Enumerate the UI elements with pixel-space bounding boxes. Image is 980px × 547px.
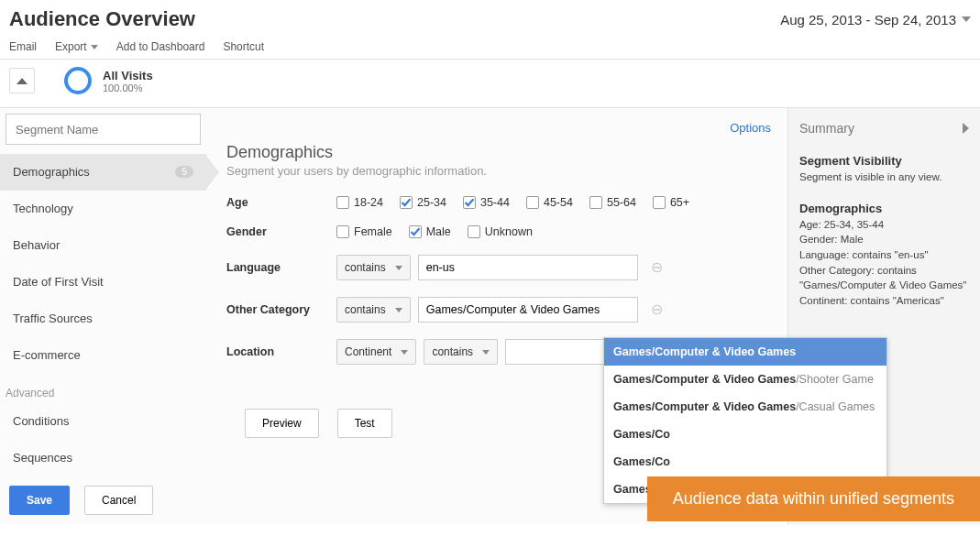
promo-banner: Audience data within unified segments bbox=[647, 476, 980, 521]
panel-heading: Demographics bbox=[226, 143, 771, 162]
checkbox-label: 35-44 bbox=[480, 196, 510, 209]
add-dashboard-button[interactable]: Add to Dashboard bbox=[116, 40, 205, 53]
other-category-operator-select[interactable]: contains bbox=[336, 297, 411, 323]
shortcut-button[interactable]: Shortcut bbox=[223, 40, 264, 53]
checkbox-icon bbox=[336, 196, 349, 209]
autocomplete-option[interactable]: Games/Computer & Video Games/Casual Game… bbox=[604, 393, 886, 421]
chevron-down-icon bbox=[401, 350, 408, 355]
export-button[interactable]: Export bbox=[55, 40, 98, 53]
other-category-operator-value: contains bbox=[345, 303, 386, 316]
gender-option-unknown[interactable]: Unknown bbox=[468, 225, 533, 238]
chevron-down-icon bbox=[962, 16, 971, 22]
location-operator-value: contains bbox=[432, 345, 473, 358]
checkbox-icon bbox=[400, 196, 413, 209]
email-button[interactable]: Email bbox=[9, 40, 37, 53]
summary-line: Age: 25-34, 35-44 bbox=[799, 217, 969, 233]
segment-name-input[interactable] bbox=[6, 114, 201, 145]
language-label: Language bbox=[226, 261, 336, 274]
chevron-right-icon[interactable] bbox=[963, 123, 969, 134]
category-date-of-first-visit[interactable]: Date of First Visit bbox=[0, 264, 206, 301]
category-demographics[interactable]: Demographics5 bbox=[0, 154, 206, 191]
summary-heading: Summary bbox=[799, 121, 854, 136]
chevron-up-icon bbox=[17, 78, 28, 84]
age-option-18-24[interactable]: 18-24 bbox=[336, 196, 383, 209]
summary-demographics-heading: Demographics bbox=[799, 202, 969, 215]
autocomplete-option[interactable]: Games/Co bbox=[604, 421, 886, 448]
autocomplete-option[interactable]: Games/Computer & Video Games bbox=[604, 338, 886, 366]
remove-condition-icon[interactable]: ⊖ bbox=[651, 303, 664, 316]
cancel-button[interactable]: Cancel bbox=[84, 486, 153, 515]
location-dimension-value: Continent bbox=[345, 345, 391, 358]
age-option-65plus[interactable]: 65+ bbox=[653, 196, 689, 209]
category-behavior[interactable]: Behavior bbox=[0, 227, 206, 264]
checkbox-icon bbox=[336, 225, 349, 238]
language-value-input[interactable] bbox=[418, 255, 638, 280]
category-label: E-commerce bbox=[13, 348, 81, 362]
chevron-down-icon bbox=[395, 266, 402, 270]
chevron-down-icon bbox=[91, 45, 98, 49]
segment-visibility-text: Segment is visible in any view. bbox=[799, 170, 969, 185]
category-label: Demographics bbox=[13, 165, 90, 179]
options-link[interactable]: Options bbox=[730, 121, 771, 135]
location-dimension-select[interactable]: Continent bbox=[336, 339, 416, 365]
checkbox-label: Male bbox=[426, 225, 451, 238]
checkbox-icon bbox=[526, 196, 539, 209]
autocomplete-option[interactable]: Games/Computer & Video Games/Shooter Gam… bbox=[604, 366, 886, 393]
language-operator-value: contains bbox=[345, 261, 386, 274]
preview-button[interactable]: Preview bbox=[245, 409, 319, 438]
segment-chips-bar: All Visits 100.00% bbox=[0, 60, 980, 107]
checkbox-icon bbox=[468, 225, 480, 238]
checkbox-icon bbox=[463, 196, 476, 209]
age-option-35-44[interactable]: 35-44 bbox=[463, 196, 510, 209]
collapse-toggle[interactable] bbox=[9, 68, 35, 93]
location-operator-select[interactable]: contains bbox=[424, 339, 498, 365]
date-range-text: Aug 25, 2013 - Sep 24, 2013 bbox=[780, 12, 956, 27]
summary-line: Language: contains "en-us" bbox=[799, 247, 969, 263]
report-toolbar: Email Export Add to Dashboard Shortcut bbox=[0, 35, 980, 60]
export-label: Export bbox=[55, 40, 87, 53]
category-technology[interactable]: Technology bbox=[0, 191, 206, 227]
category-e-commerce[interactable]: E-commerce bbox=[0, 337, 206, 374]
other-category-value-input[interactable] bbox=[418, 297, 638, 323]
advanced-conditions[interactable]: Conditions bbox=[0, 403, 206, 440]
test-button[interactable]: Test bbox=[337, 409, 392, 438]
gender-option-female[interactable]: Female bbox=[336, 225, 392, 238]
all-visits-ring-icon bbox=[64, 67, 92, 94]
category-traffic-sources[interactable]: Traffic Sources bbox=[0, 301, 206, 337]
age-label: Age bbox=[226, 196, 336, 209]
age-option-45-54[interactable]: 45-54 bbox=[526, 196, 573, 209]
checkbox-icon bbox=[653, 196, 666, 209]
segment-chip-percent: 100.00% bbox=[103, 82, 153, 93]
age-option-55-64[interactable]: 55-64 bbox=[589, 196, 636, 209]
location-label: Location bbox=[226, 345, 336, 358]
summary-demographics-lines: Age: 25-34, 35-44Gender: MaleLanguage: c… bbox=[799, 217, 969, 309]
checkbox-label: 18-24 bbox=[354, 196, 383, 209]
category-badge: 5 bbox=[175, 166, 193, 178]
category-label: Traffic Sources bbox=[13, 312, 93, 325]
segment-chip-title: All Visits bbox=[103, 69, 153, 82]
segment-visibility-heading: Segment Visibility bbox=[799, 154, 969, 168]
category-label: Behavior bbox=[13, 238, 60, 252]
date-range-picker[interactable]: Aug 25, 2013 - Sep 24, 2013 bbox=[780, 12, 971, 27]
age-option-25-34[interactable]: 25-34 bbox=[400, 196, 446, 209]
remove-condition-icon[interactable]: ⊖ bbox=[651, 261, 664, 274]
panel-subheading: Segment your users by demographic inform… bbox=[226, 164, 771, 178]
gender-option-male[interactable]: Male bbox=[409, 225, 451, 238]
checkbox-icon bbox=[409, 225, 422, 238]
checkbox-label: 25-34 bbox=[417, 196, 446, 209]
segment-chip-all-visits[interactable]: All Visits 100.00% bbox=[103, 69, 153, 93]
checkbox-label: Female bbox=[354, 225, 392, 238]
advanced-sequences[interactable]: Sequences bbox=[0, 440, 206, 476]
autocomplete-option[interactable]: Games/Co bbox=[604, 448, 886, 476]
chevron-down-icon bbox=[482, 350, 490, 355]
checkbox-label: Unknown bbox=[485, 225, 533, 238]
summary-line: Gender: Male bbox=[799, 232, 969, 247]
save-button[interactable]: Save bbox=[9, 486, 70, 515]
other-category-label: Other Category bbox=[226, 303, 336, 316]
chevron-down-icon bbox=[395, 308, 402, 312]
language-operator-select[interactable]: contains bbox=[336, 255, 411, 280]
checkbox-label: 65+ bbox=[670, 196, 689, 209]
gender-label: Gender bbox=[226, 225, 336, 238]
checkbox-icon bbox=[589, 196, 602, 209]
category-label: Technology bbox=[13, 202, 73, 215]
